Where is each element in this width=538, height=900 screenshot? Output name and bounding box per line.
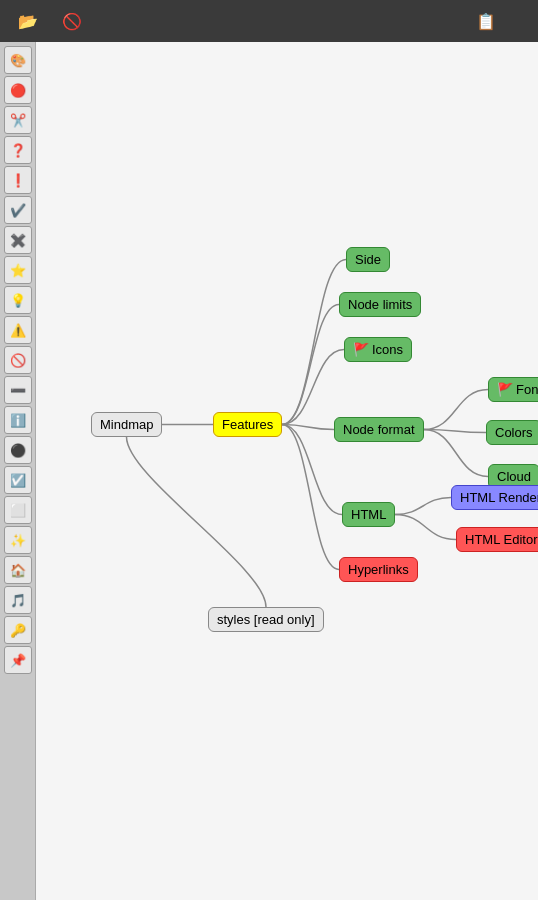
node-label-mindmap: Mindmap — [100, 417, 153, 432]
menu-button[interactable] — [510, 17, 530, 25]
paint-icon[interactable]: 🎨 — [4, 46, 32, 74]
home-icon[interactable]: 🏠 — [4, 556, 32, 584]
cross-icon[interactable]: ✖️ — [4, 226, 32, 254]
topbar: 📂 🚫 📋 — [0, 0, 538, 42]
node-label-side: Side — [355, 252, 381, 267]
exclamation-icon[interactable]: ❗ — [4, 166, 32, 194]
sidebar: 🎨🔴✂️❓❗✔️✖️⭐💡⚠️🚫➖ℹ️⚫☑️⬜✨🏠🎵🔑📌 — [0, 42, 36, 900]
node-font[interactable]: 🚩Font — [488, 377, 538, 402]
node-node_limits[interactable]: Node limits — [339, 292, 421, 317]
node-html_renderer[interactable]: HTML Renderer — [451, 485, 538, 510]
node-label-html_editor: HTML Editor — [465, 532, 537, 547]
node-html[interactable]: HTML — [342, 502, 395, 527]
music-icon[interactable]: 🎵 — [4, 586, 32, 614]
exit-button[interactable]: 🚫 — [52, 0, 96, 42]
exit-icon: 🚫 — [62, 12, 82, 31]
node-styles[interactable]: styles [read only] — [208, 607, 324, 632]
node-html_editor[interactable]: HTML Editor — [456, 527, 538, 552]
question-icon[interactable]: ❓ — [4, 136, 32, 164]
square-icon[interactable]: ⬜ — [4, 496, 32, 524]
editors-icon: 📋 — [476, 12, 496, 31]
minus-icon[interactable]: ➖ — [4, 376, 32, 404]
black-circle-icon[interactable]: ⚫ — [4, 436, 32, 464]
node-mindmap[interactable]: Mindmap — [91, 412, 162, 437]
mindmap-canvas[interactable]: MindmapFeaturesSideNode limits🚩IconsNode… — [36, 42, 538, 900]
info-icon[interactable]: ℹ️ — [4, 406, 32, 434]
stop-icon[interactable]: 🚫 — [4, 346, 32, 374]
scissors-icon[interactable]: ✂️ — [4, 106, 32, 134]
node-label-node_format: Node format — [343, 422, 415, 437]
node-label-icons: Icons — [372, 342, 403, 357]
node-features[interactable]: Features — [213, 412, 282, 437]
node-hyperlinks[interactable]: Hyperlinks — [339, 557, 418, 582]
node-icons[interactable]: 🚩Icons — [344, 337, 412, 362]
main-area: 🎨🔴✂️❓❗✔️✖️⭐💡⚠️🚫➖ℹ️⚫☑️⬜✨🏠🎵🔑📌 MindmapFeatu… — [0, 42, 538, 900]
node-label-hyperlinks: Hyperlinks — [348, 562, 409, 577]
mindmap-lines — [36, 42, 538, 900]
editors-button[interactable]: 📋 — [466, 8, 510, 35]
pin-icon[interactable]: 📌 — [4, 646, 32, 674]
node-label-node_limits: Node limits — [348, 297, 412, 312]
node-label-colors: Colors — [495, 425, 533, 440]
node-label-html: HTML — [351, 507, 386, 522]
node-label-font: Font — [516, 382, 538, 397]
sparkle-icon[interactable]: ✨ — [4, 526, 32, 554]
node-colors[interactable]: Colors — [486, 420, 538, 445]
node-label-styles: styles [read only] — [217, 612, 315, 627]
checkbox-icon[interactable]: ☑️ — [4, 466, 32, 494]
star-icon[interactable]: ⭐ — [4, 256, 32, 284]
open-accounts-icon: 📂 — [18, 12, 38, 31]
warning-icon[interactable]: ⚠️ — [4, 316, 32, 344]
node-side[interactable]: Side — [346, 247, 390, 272]
open-accounts-button[interactable]: 📂 — [8, 0, 52, 42]
node-node_format[interactable]: Node format — [334, 417, 424, 442]
checkmark-icon[interactable]: ✔️ — [4, 196, 32, 224]
node-label-features: Features — [222, 417, 273, 432]
bulb-icon[interactable]: 💡 — [4, 286, 32, 314]
key-icon[interactable]: 🔑 — [4, 616, 32, 644]
node-label-html_renderer: HTML Renderer — [460, 490, 538, 505]
circle-red-icon[interactable]: 🔴 — [4, 76, 32, 104]
node-label-cloud: Cloud — [497, 469, 531, 484]
